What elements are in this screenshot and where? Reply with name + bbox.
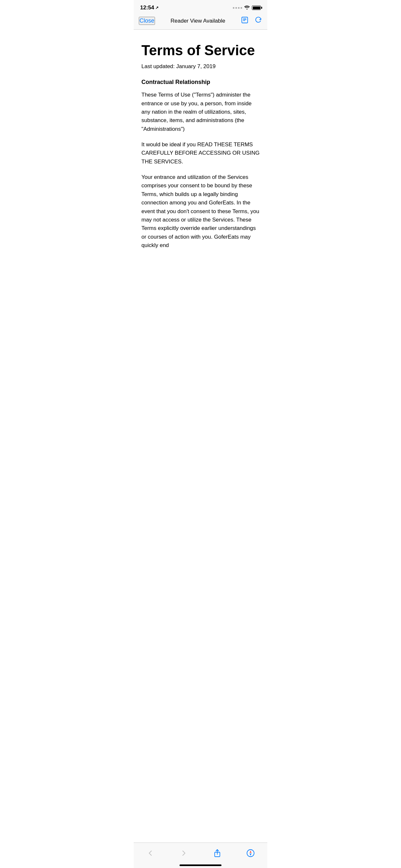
- refresh-icon: [254, 16, 262, 24]
- wifi-icon: [244, 5, 250, 11]
- signal-dot-2: [235, 7, 237, 9]
- battery-icon: [252, 5, 261, 10]
- signal-dot-4: [241, 7, 242, 9]
- nav-title: Reader View Available: [171, 18, 225, 24]
- signal-dot-3: [238, 7, 240, 9]
- signal-dot-1: [233, 7, 235, 9]
- nav-icons: [241, 16, 262, 26]
- content-area: Terms of Service Last updated: January 7…: [134, 30, 267, 289]
- section-heading-contractual: Contractual Relationship: [142, 79, 259, 86]
- close-button[interactable]: Close: [139, 17, 155, 25]
- body-paragraph-2: It would be ideal if you READ THESE TERM…: [142, 141, 259, 166]
- signal-dots: [233, 7, 242, 9]
- navigation-bar: Close Reader View Available: [134, 13, 267, 30]
- page-title: Terms of Service: [142, 42, 259, 58]
- reader-view-icon: [241, 16, 249, 24]
- location-icon: ↗: [155, 5, 158, 10]
- refresh-button[interactable]: [254, 16, 262, 26]
- reader-view-button[interactable]: [241, 16, 249, 26]
- status-time: 12:54 ↗: [140, 4, 158, 11]
- status-right: [233, 5, 261, 11]
- time-display: 12:54: [140, 4, 154, 11]
- last-updated: Last updated: January 7, 2019: [142, 63, 259, 70]
- body-paragraph-1: These Terms of Use ("Terms") administer …: [142, 91, 259, 133]
- status-bar: 12:54 ↗: [134, 0, 267, 13]
- body-paragraph-3: Your entrance and utilization of the Ser…: [142, 173, 259, 250]
- svg-rect-0: [242, 17, 248, 23]
